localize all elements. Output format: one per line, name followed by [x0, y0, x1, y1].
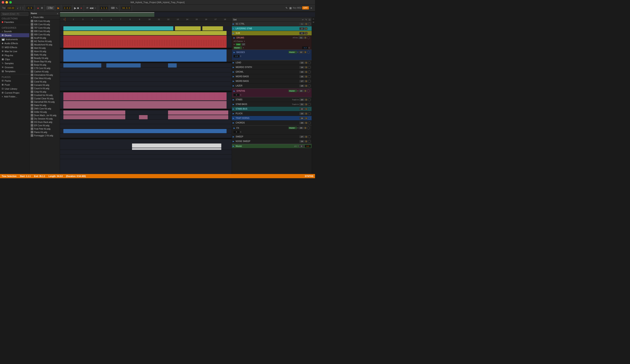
- clip-fx-2[interactable]: [132, 148, 221, 150]
- sidebar-item-packs[interactable]: ⊟ Packs: [0, 79, 29, 83]
- clip-synths-bottom[interactable]: [64, 101, 226, 109]
- bpm-display[interactable]: 150.00: [6, 6, 15, 10]
- solo-btn-weird-bass-2[interactable]: S: [305, 80, 308, 82]
- solo-btn-sweep[interactable]: S: [305, 135, 308, 138]
- clip-lead-3[interactable]: [168, 63, 177, 67]
- play-btn-pluck[interactable]: ▶: [233, 112, 234, 115]
- mute-btn-trap-horns[interactable]: [308, 117, 311, 120]
- solo-btn-stabs-bus[interactable]: S: [305, 108, 308, 110]
- solo-btn-trap-horns[interactable]: S: [305, 117, 308, 119]
- file-item[interactable]: Akustichord Kit.adg: [30, 43, 60, 46]
- mixer-icon-3[interactable]: ⊡: [309, 18, 310, 21]
- overview-bar[interactable]: [60, 11, 315, 18]
- piano-view-icon[interactable]: ⌨: [111, 6, 114, 10]
- solo-btn-chords[interactable]: S: [305, 122, 308, 124]
- sidebar-item-grooves[interactable]: ≋ Grooves: [0, 65, 29, 69]
- clip-stabs-2[interactable]: [168, 110, 228, 115]
- file-item[interactable]: Drum Mach...tor Kit.adg: [30, 114, 60, 117]
- file-item[interactable]: 707 Core Kit.adg: [30, 26, 60, 29]
- sub-clips[interactable]: [60, 31, 232, 35]
- file-item[interactable]: Dancehall 80s Kit.adg: [30, 100, 60, 103]
- sidebar-item-plug-ins[interactable]: ⊕ Plug-Ins: [0, 53, 29, 57]
- file-item[interactable]: Borja Kit.adg: [30, 63, 60, 66]
- stop-button[interactable]: ■: [77, 6, 79, 10]
- file-item[interactable]: Formaggio 1 Kit.adg: [30, 134, 60, 137]
- file-item[interactable]: Cashon Kit.adg: [30, 70, 60, 73]
- right-scroll[interactable]: H W: [312, 18, 315, 174]
- trap-horns-clips[interactable]: [60, 129, 232, 133]
- play-btn-weird-bass-1[interactable]: ▶: [233, 75, 234, 78]
- channel-dropdown-drums[interactable]: ▼: [244, 40, 245, 42]
- solo-btn-growl[interactable]: S: [305, 71, 308, 73]
- file-item[interactable]: Acuff Kit.adg: [30, 36, 60, 39]
- solo-btn-weird-bass-1[interactable]: S: [305, 75, 308, 78]
- clip-basses[interactable]: [64, 49, 226, 62]
- sort-icon[interactable]: ▲: [56, 12, 58, 14]
- sidebar-item-clips[interactable]: ▦ Clips: [0, 57, 29, 61]
- sweep-clips[interactable]: [60, 150, 232, 154]
- sidebar-item-templates[interactable]: ▤ Templates: [0, 69, 29, 73]
- mute-btn-weirdo-synth[interactable]: [308, 66, 311, 69]
- synths-clips[interactable]: [60, 92, 232, 109]
- mute-btn-lead[interactable]: [308, 61, 311, 64]
- play-button[interactable]: ▶: [74, 6, 76, 10]
- routing-basses[interactable]: Master: [288, 51, 297, 53]
- file-item[interactable]: 505 Core Kit.adg: [30, 19, 60, 23]
- pen-icon[interactable]: ✎: [285, 6, 288, 10]
- basses-clips[interactable]: [60, 49, 232, 62]
- automation-icon[interactable]: ⚙: [40, 6, 44, 10]
- play-btn-basses[interactable]: ▶: [234, 51, 235, 53]
- mixer-icon-2[interactable]: ✎: [305, 18, 307, 21]
- pluck-clips[interactable]: [60, 124, 232, 129]
- play-btn-sc-ctrl[interactable]: ▶: [233, 23, 234, 25]
- drum-hits-folder[interactable]: ▶ Drum Hits: [30, 15, 60, 19]
- mixer-icon-1[interactable]: ↩: [302, 18, 304, 21]
- settings-icon[interactable]: ≡: [310, 6, 313, 10]
- solo-btn-sc-ctrl[interactable]: S: [305, 23, 308, 25]
- file-item[interactable]: Clint West Kit.adg: [30, 77, 60, 80]
- mute-btn-stabs[interactable]: [308, 98, 311, 101]
- play-btn-layering-stab[interactable]: ▶: [233, 27, 234, 30]
- play-btn-stabs-bus[interactable]: ▶: [233, 108, 234, 110]
- solo-btn-stab-bass[interactable]: S: [305, 103, 308, 106]
- file-item[interactable]: Crushed Ice Kit.adg: [30, 93, 60, 97]
- sidebar-item-current-project[interactable]: ⊞ Current Projec: [0, 91, 29, 95]
- routing-dropdown-synths[interactable]: ▼: [297, 90, 298, 92]
- play-btn-trap-horns[interactable]: ▶: [233, 117, 234, 119]
- sidebar-item-max-for-live[interactable]: ⊛ Max for Live: [0, 49, 29, 53]
- mute-btn-synths[interactable]: [307, 89, 310, 92]
- rewind-icon[interactable]: ◀◀: [90, 6, 93, 10]
- mute-btn-growl[interactable]: [308, 70, 311, 73]
- loop-start-display[interactable]: 1. 1. 1: [100, 6, 108, 10]
- mute-btn-sc-ctrl[interactable]: [308, 22, 311, 25]
- sc-ctrl-clips[interactable]: [60, 21, 232, 26]
- clip-drums[interactable]: [64, 35, 226, 48]
- waveform-icon[interactable]: ∿: [115, 6, 118, 10]
- stabs-clips[interactable]: [60, 110, 232, 115]
- play-btn-lazer[interactable]: ▶: [233, 85, 234, 87]
- file-item[interactable]: DMX Core Kit.adg: [30, 107, 60, 110]
- mute-btn-layering-stab[interactable]: [308, 27, 311, 30]
- clip-layering-stab-1[interactable]: [64, 26, 173, 30]
- grid-icon[interactable]: ▦: [289, 6, 292, 10]
- file-item[interactable]: Battu Kit.adg: [30, 53, 60, 56]
- play-btn-master[interactable]: ▶: [233, 145, 234, 147]
- mute-btn-basses[interactable]: [307, 51, 310, 54]
- solo-btn-weirdo-synth[interactable]: S: [305, 66, 308, 69]
- loop-icon[interactable]: ⟳: [86, 6, 89, 10]
- play-btn-sweep[interactable]: ▶: [233, 135, 234, 138]
- solo-btn-lead[interactable]: S: [305, 61, 308, 64]
- solo-btn-layering-stab[interactable]: S: [305, 27, 308, 30]
- noise-sweep-clips[interactable]: [60, 154, 232, 159]
- stabs-bus-clips[interactable]: [60, 119, 232, 124]
- weirdo-clips[interactable]: [60, 68, 232, 72]
- file-item[interactable]: Dry Session Kit.adg: [30, 117, 60, 120]
- file-item[interactable]: DS Drum Rack.adg: [30, 120, 60, 124]
- metronome-icon[interactable]: ♩: [16, 6, 19, 10]
- clip-stab-bass-2[interactable]: [139, 115, 148, 119]
- mute-btn-pluck[interactable]: [308, 112, 311, 115]
- mute-btn-sweep[interactable]: [308, 135, 311, 138]
- mute-btn-weird-bass-1[interactable]: [308, 75, 311, 78]
- file-item[interactable]: Boom Bap Kit.adg: [30, 60, 60, 63]
- off-label-drums[interactable]: Off: [242, 43, 245, 46]
